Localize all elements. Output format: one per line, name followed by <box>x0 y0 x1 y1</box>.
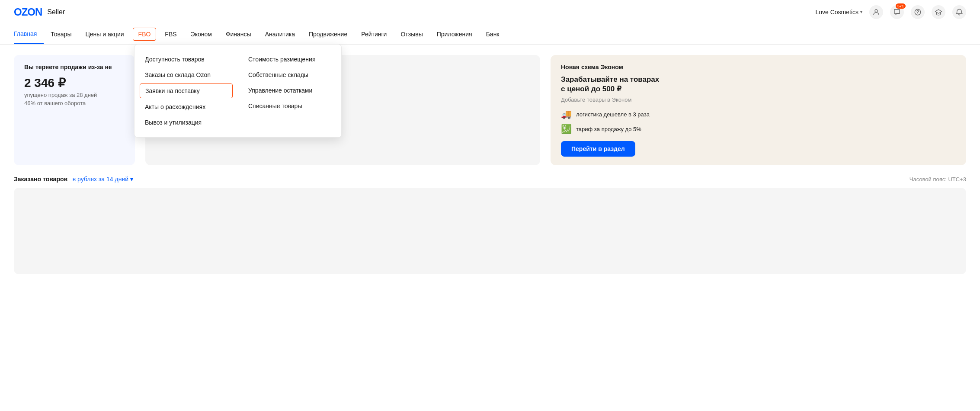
sales-lost-card: Вы теряете продажи из-за не 2 346 ₽ упущ… <box>14 55 135 165</box>
nav-item-fbo[interactable]: FBO <box>133 28 157 41</box>
promo-go-button[interactable]: Перейти в раздел <box>561 141 635 157</box>
orders-section: Заказано товаров в рублях за 14 дней ▾ Ч… <box>14 176 966 274</box>
orders-timezone: Часовой пояс: UTC+3 <box>910 176 966 183</box>
fbo-dropdown: Доступность товаров Заказы со склада Ozo… <box>134 44 342 138</box>
orders-title-link[interactable]: в рублях за 14 дней <box>73 176 128 183</box>
chat-icon <box>893 8 901 16</box>
main-nav: Главная Товары Цены и акции FBO FBS Экон… <box>0 24 980 45</box>
tariff-icon: 💹 <box>561 124 572 134</box>
nav-reviews-label: Отзывы <box>400 31 423 38</box>
bell-icon <box>955 8 963 16</box>
user-icon-button[interactable] <box>869 5 883 19</box>
header: OZON Seller Love Cosmetics ▾ 571 <box>0 0 980 24</box>
nav-item-promo[interactable]: Продвижение <box>302 25 354 44</box>
nav-item-bank[interactable]: Банк <box>479 25 506 44</box>
ozon-logo: OZON <box>14 6 42 18</box>
nav-bank-label: Банк <box>486 31 500 38</box>
nav-fbs-label: FBS <box>165 31 176 38</box>
promo-title: Зарабатывайте на товарах с ценой до 500 … <box>561 75 956 94</box>
dropdown-item-placement-cost[interactable]: Стоимость размещения <box>238 51 341 67</box>
dropdown-item-written-off[interactable]: Списанные товары <box>238 98 341 114</box>
sales-lost-percent: 46% от вашего оборота <box>24 100 125 106</box>
nav-item-fbs[interactable]: FBS <box>158 25 183 44</box>
dropdown-item-availability[interactable]: Доступность товаров <box>135 51 238 67</box>
promo-feature-logistics: 🚚 логистика дешевле в 3 раза <box>561 109 956 119</box>
promo-feature-tariff: 💹 тариф за продажу до 5% <box>561 124 956 134</box>
orders-title-chevron: ▾ <box>130 176 133 183</box>
header-left: OZON Seller <box>14 6 65 18</box>
notification-badge: 571 <box>896 3 906 9</box>
dropdown-item-supply-requests[interactable]: Заявки на поставку <box>140 83 233 98</box>
nav-item-finance[interactable]: Финансы <box>219 25 258 44</box>
nav-fbo-label: FBO <box>138 31 151 38</box>
sales-lost-subtitle: упущено продаж за 28 дней <box>24 92 125 98</box>
orders-chart <box>14 188 966 274</box>
nav-item-home[interactable]: Главная <box>14 24 44 44</box>
nav-ratings-label: Рейтинги <box>361 31 387 38</box>
messages-icon-button[interactable]: 571 <box>890 5 904 19</box>
logistics-icon: 🚚 <box>561 109 572 119</box>
nav-item-prices[interactable]: Цены и акции <box>78 25 131 44</box>
question-icon <box>914 8 922 16</box>
nav-promo-label: Продвижение <box>309 31 347 38</box>
seller-name-text: Love Cosmetics <box>815 9 858 16</box>
dropdown-item-acts[interactable]: Акты о расхождениях <box>135 99 238 115</box>
nav-item-ratings[interactable]: Рейтинги <box>354 25 394 44</box>
nav-products-label: Товары <box>51 31 71 38</box>
svg-point-0 <box>875 10 878 12</box>
dropdown-item-orders[interactable]: Заказы со склада Ozon <box>135 67 238 83</box>
graduation-icon <box>935 8 942 16</box>
promo-subtitle: Добавьте товары в Эконом <box>561 96 956 103</box>
orders-header: Заказано товаров в рублях за 14 дней ▾ Ч… <box>14 176 966 183</box>
nav-home-label: Главная <box>14 30 37 37</box>
dropdown-item-own-warehouses[interactable]: Собственные склады <box>238 67 341 83</box>
sales-lost-amount: 2 346 ₽ <box>24 76 125 90</box>
promo-banner: Новая схема Эконом Зарабатывайте на това… <box>551 55 966 165</box>
nav-item-econom[interactable]: Эконом <box>184 25 219 44</box>
nav-item-analytics[interactable]: Аналитика <box>258 25 302 44</box>
nav-item-apps[interactable]: Приложения <box>430 25 479 44</box>
promo-features: 🚚 логистика дешевле в 3 раза 💹 тариф за … <box>561 109 956 134</box>
dropdown-item-stock-management[interactable]: Управление остатками <box>238 83 341 98</box>
nav-item-reviews[interactable]: Отзывы <box>394 25 429 44</box>
dropdown-col-right: Стоимость размещения Собственные склады … <box>238 50 341 132</box>
logistics-text: логистика дешевле в 3 раза <box>576 111 650 118</box>
nav-finance-label: Финансы <box>226 31 251 38</box>
chevron-down-icon: ▾ <box>860 10 862 14</box>
sales-lost-title: Вы теряете продажи из-за не <box>24 64 125 71</box>
nav-prices-label: Цены и акции <box>85 31 124 38</box>
dropdown-col-left: Доступность товаров Заказы со склада Ozo… <box>135 50 238 132</box>
promo-section-title: Новая схема Эконом <box>561 64 956 71</box>
help-icon-button[interactable] <box>911 5 925 19</box>
graduation-icon-button[interactable] <box>932 5 945 19</box>
notifications-icon-button[interactable] <box>952 5 966 19</box>
nav-econom-label: Эконом <box>191 31 212 38</box>
header-right: Love Cosmetics ▾ 571 <box>815 5 966 19</box>
promo-text: Новая схема Эконом Зарабатывайте на това… <box>561 64 956 157</box>
svg-point-2 <box>917 13 918 14</box>
dropdown-item-removal[interactable]: Вывоз и утилизация <box>135 115 238 130</box>
orders-title: Заказано товаров <box>14 176 67 183</box>
seller-label: Seller <box>47 8 65 16</box>
orders-title-container: Заказано товаров в рублях за 14 дней ▾ <box>14 176 133 183</box>
nav-analytics-label: Аналитика <box>265 31 295 38</box>
nav-apps-label: Приложения <box>437 31 472 38</box>
nav-item-products[interactable]: Товары <box>44 25 78 44</box>
seller-name-dropdown[interactable]: Love Cosmetics ▾ <box>815 9 862 16</box>
tariff-text: тариф за продажу до 5% <box>576 126 641 132</box>
user-icon <box>872 8 880 16</box>
